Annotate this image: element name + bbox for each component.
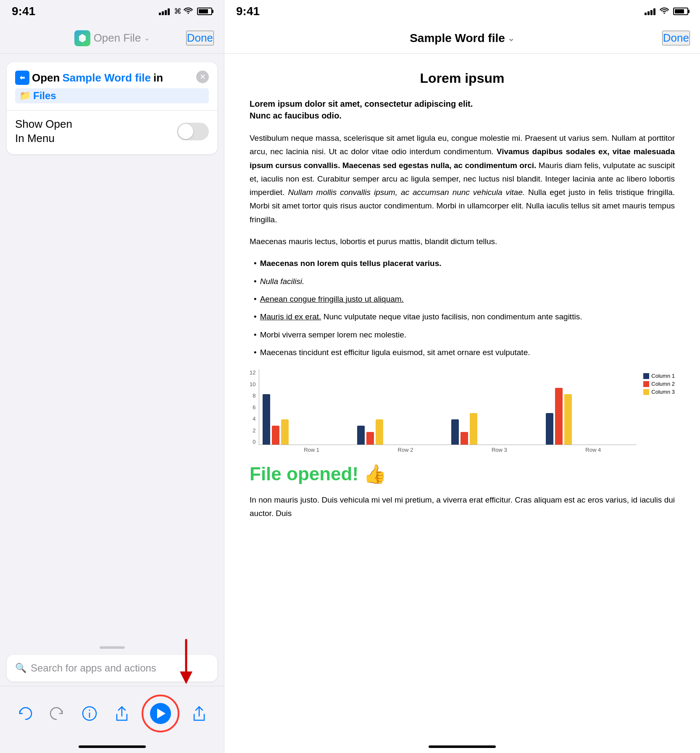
share-button[interactable] <box>109 701 134 726</box>
doc-content: Lorem ipsum Lorem ipsum dolor sit amet, … <box>224 54 700 753</box>
drag-indicator <box>100 646 125 649</box>
wifi-icon: ⌘ <box>174 7 193 16</box>
bar-col1-row3 <box>451 419 459 445</box>
right-status-bar: 9:41 <box>224 0 700 23</box>
card-divider <box>7 110 217 111</box>
list-item: • Aenean congue fringilla justo ut aliqu… <box>254 292 675 306</box>
bar-group-row1 <box>263 394 350 445</box>
x-label-row4: Row 4 <box>550 447 637 453</box>
files-badge[interactable]: 📁 Files <box>15 88 209 103</box>
legend-dot-col2 <box>643 381 649 387</box>
bars-area <box>259 369 637 445</box>
show-open-row: Show OpenIn Menu <box>15 117 209 146</box>
doc-subtitle: Lorem ipsum dolor sit amet, consectetur … <box>250 98 675 121</box>
legend-col1: Column 1 <box>643 373 675 379</box>
left-status-time: 9:41 <box>12 5 35 18</box>
doc-footer-para: In non mauris justo. Duis vehicula mi ve… <box>250 493 675 521</box>
x-label-row3: Row 3 <box>456 447 543 453</box>
right-header-title: Sample Word file ⌄ <box>410 32 515 45</box>
in-label: in <box>153 71 163 84</box>
bullet-icon: • <box>254 275 257 288</box>
search-bar-container: 🔍 Search for apps and actions <box>7 646 217 682</box>
header-center: Open File ⌄ <box>74 30 150 46</box>
right-header: Sample Word file ⌄ Done <box>224 23 700 54</box>
bar-col3-row3 <box>470 413 477 445</box>
y-axis: 12 10 8 6 4 2 0 <box>250 369 259 445</box>
doc-para-2: Maecenas mauris lectus, lobortis et puru… <box>250 235 675 248</box>
bullet-icon: • <box>254 292 257 306</box>
play-button-inner <box>150 703 171 724</box>
doc-list: • Maecenas non lorem quis tellus placera… <box>250 257 675 359</box>
left-done-button[interactable]: Done <box>186 31 214 45</box>
chevron-down-icon[interactable]: ⌄ <box>144 34 150 42</box>
bullet-icon: • <box>254 346 257 359</box>
search-icon: 🔍 <box>15 663 26 674</box>
right-wifi-icon <box>660 7 669 16</box>
bullet-icon: • <box>254 257 257 270</box>
bullet-icon: • <box>254 310 257 324</box>
left-status-bar: 9:41 ⌘ <box>0 0 224 23</box>
right-status-time: 9:41 <box>236 5 260 18</box>
legend-col2: Column 2 <box>643 381 675 387</box>
close-button[interactable]: ✕ <box>196 71 209 83</box>
right-home-indicator <box>429 745 496 748</box>
redo-button[interactable] <box>45 701 70 726</box>
chart-container: 12 10 8 6 4 2 0 <box>250 369 675 453</box>
card-content: Open Sample Word file in <box>15 71 196 85</box>
left-header: Open File ⌄ Done <box>0 23 224 54</box>
open-file-icon <box>15 71 29 85</box>
bar-col1-row1 <box>263 394 270 445</box>
x-label-row1: Row 1 <box>268 447 355 453</box>
legend-dot-col3 <box>643 389 649 395</box>
x-axis: Row 1 Row 2 Row 3 Row 4 <box>250 447 637 453</box>
play-button[interactable] <box>142 695 179 732</box>
bar-col2-row4 <box>555 388 563 445</box>
right-signal-icon <box>645 8 655 15</box>
right-chevron-icon[interactable]: ⌄ <box>508 33 515 43</box>
search-placeholder-text: Search for apps and actions <box>31 662 156 674</box>
search-bar[interactable]: 🔍 Search for apps and actions <box>7 655 217 682</box>
doc-para-1: Vestibulum neque massa, scelerisque sit … <box>250 132 675 226</box>
battery-icon <box>197 8 212 15</box>
open-label: Open <box>32 71 60 84</box>
svg-point-3 <box>89 709 90 711</box>
open-file-card: Open Sample Word file in ✕ 📁 Files Show … <box>7 62 217 154</box>
bar-col1-row2 <box>357 426 365 445</box>
x-label-row2: Row 2 <box>362 447 449 453</box>
play-triangle-icon <box>157 708 166 719</box>
info-button[interactable] <box>77 701 102 726</box>
bar-col3-row1 <box>281 419 289 445</box>
bar-col2-row1 <box>272 426 279 445</box>
toggle-knob <box>178 124 193 139</box>
show-open-label: Show OpenIn Menu <box>15 117 72 146</box>
bar-col2-row3 <box>461 432 468 445</box>
list-item: • Nulla facilisi. <box>254 275 675 288</box>
list-item: • Maecenas non lorem quis tellus placera… <box>254 257 675 270</box>
list-item: • Mauris id ex erat. Nunc vulputate nequ… <box>254 310 675 324</box>
legend-dot-col1 <box>643 373 649 379</box>
bar-col1-row4 <box>546 413 553 445</box>
share2-button[interactable] <box>187 701 212 726</box>
right-done-button[interactable]: Done <box>662 31 690 45</box>
bar-col3-row4 <box>564 394 572 445</box>
list-item: • Maecenas tincidunt est efficitur ligul… <box>254 346 675 359</box>
chart-legend: Column 1 Column 2 Column 3 <box>643 373 675 395</box>
legend-col3: Column 3 <box>643 389 675 395</box>
right-battery-icon <box>673 8 688 15</box>
bullet-icon: • <box>254 328 257 342</box>
chart-area: 12 10 8 6 4 2 0 <box>250 369 637 453</box>
bottom-toolbar <box>0 686 224 753</box>
left-home-indicator <box>79 745 146 748</box>
left-panel: 9:41 ⌘ <box>0 0 224 753</box>
show-open-toggle[interactable] <box>177 123 209 140</box>
bar-col3-row2 <box>376 419 383 445</box>
bar-group-row4 <box>546 388 633 445</box>
list-item: • Morbi viverra semper lorem nec molesti… <box>254 328 675 342</box>
signal-icon <box>159 8 170 15</box>
undo-button[interactable] <box>12 701 37 726</box>
files-label: Files <box>33 90 56 102</box>
file-opened-text: File opened! 👍 <box>250 463 675 485</box>
bar-group-row2 <box>357 419 445 445</box>
app-icon <box>74 30 90 46</box>
right-status-icons <box>645 7 688 16</box>
